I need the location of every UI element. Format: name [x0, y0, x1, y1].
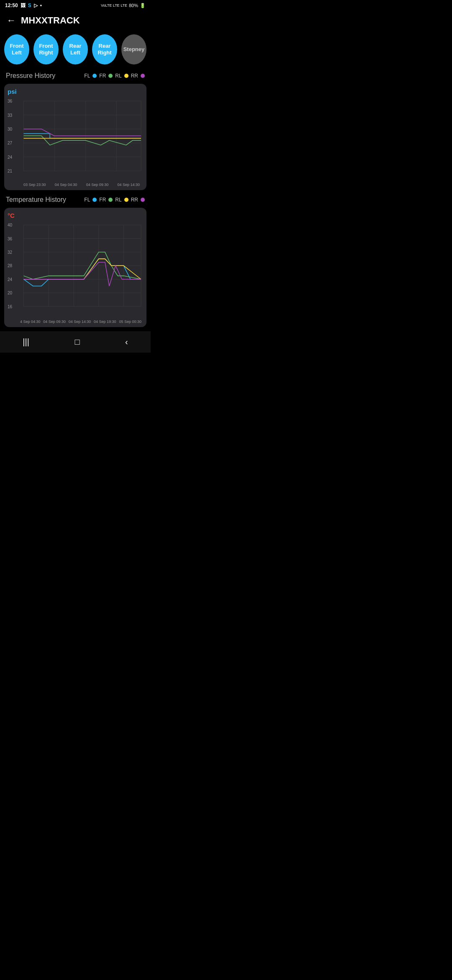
- temp-fl-legend-label: FL: [84, 197, 90, 203]
- temp-fr-legend-label: FR: [99, 197, 106, 203]
- fl-legend-dot: [92, 74, 97, 78]
- time: 12:50: [5, 3, 18, 8]
- temp-history-title: Temperature History: [6, 196, 66, 204]
- temp-x2: 04 Sep 09:30: [43, 320, 66, 324]
- pressure-chart-svg: 36 33 30 27 24 21: [8, 97, 143, 182]
- status-left: 12:50 🖼 S ▷ •: [5, 3, 42, 8]
- back-button[interactable]: ←: [7, 15, 16, 26]
- svg-text:20: 20: [8, 291, 13, 295]
- svg-text:36: 36: [8, 99, 13, 103]
- status-bar: 12:50 🖼 S ▷ • VoLTE LTE LTE 80% 🔋: [0, 0, 151, 11]
- tire-buttons-row: FrontLeft FrontRight RearLeft RearRight …: [0, 30, 151, 69]
- temp-legend: FL FR RL RR: [84, 197, 145, 203]
- nav-back-button[interactable]: ‹: [125, 337, 128, 347]
- temp-x3: 04 Sep 14:30: [69, 320, 91, 324]
- pressure-unit: psi: [8, 88, 143, 95]
- temp-x1: 4 Sep 04:30: [20, 320, 41, 324]
- rr-legend-dot: [141, 74, 145, 78]
- svg-text:32: 32: [8, 250, 13, 254]
- fr-legend-label: FR: [99, 73, 106, 79]
- app-title: MHXXTRACK: [21, 15, 80, 26]
- pressure-x2: 04 Sep 04:30: [55, 183, 77, 187]
- rr-legend-label: RR: [131, 73, 138, 79]
- pressure-x1: 03 Sep 23:30: [23, 183, 46, 187]
- temp-history-header: Temperature History FL FR RL RR: [0, 193, 151, 205]
- nav-home-button[interactable]: □: [74, 337, 80, 347]
- status-right: VoLTE LTE LTE 80% 🔋: [101, 3, 146, 8]
- rl-legend-label: RL: [115, 73, 121, 79]
- pressure-history-header: Pressure History FL FR RL RR: [0, 69, 151, 81]
- svg-text:36: 36: [8, 236, 13, 241]
- rl-legend-dot: [124, 74, 128, 78]
- svg-text:28: 28: [8, 263, 13, 268]
- svg-text:40: 40: [8, 223, 13, 227]
- fl-legend-label: FL: [84, 73, 90, 79]
- temp-fr-legend-dot: [108, 198, 113, 202]
- svg-text:24: 24: [8, 155, 13, 160]
- temp-fl-legend-dot: [92, 198, 97, 202]
- network-info: VoLTE LTE LTE: [101, 3, 127, 8]
- temp-rr-legend-dot: [141, 198, 145, 202]
- temp-chart-svg: 40 36 32 28 24 20 16: [8, 221, 143, 318]
- app-header: ← MHXXTRACK: [0, 11, 151, 30]
- battery: 80%: [129, 3, 138, 8]
- svg-text:21: 21: [8, 169, 13, 173]
- pressure-x-labels: 03 Sep 23:30 04 Sep 04:30 04 Sep 09:30 0…: [8, 182, 143, 187]
- pressure-x3: 04 Sep 09:30: [86, 183, 109, 187]
- temp-chart-card: °C 40 36 32 28 24 20 16 4 Sep 04:30: [4, 208, 146, 328]
- pressure-legend: FL FR RL RR: [84, 73, 145, 79]
- svg-text:27: 27: [8, 141, 13, 145]
- s-icon: S: [28, 3, 31, 8]
- temp-rr-legend-label: RR: [131, 197, 138, 203]
- svg-text:16: 16: [8, 304, 13, 309]
- nav-bar: ||| □ ‹: [0, 331, 151, 353]
- temp-x-labels: 4 Sep 04:30 04 Sep 09:30 04 Sep 14:30 04…: [8, 319, 143, 324]
- svg-text:24: 24: [8, 277, 13, 281]
- temp-rl-legend-dot: [124, 198, 128, 202]
- photo-icon: 🖼: [21, 3, 26, 8]
- temp-unit: °C: [8, 212, 143, 219]
- tire-btn-fl[interactable]: FrontLeft: [4, 34, 29, 64]
- tire-btn-stepney[interactable]: Stepney: [121, 34, 146, 64]
- tire-btn-rr[interactable]: RearRight: [92, 34, 117, 64]
- tire-btn-rl[interactable]: RearLeft: [63, 34, 88, 64]
- temp-x4: 04 Sep 19:30: [94, 320, 116, 324]
- temp-x5: 05 Sep 00:30: [119, 320, 141, 324]
- play-icon: ▷: [34, 3, 38, 8]
- tire-btn-fr[interactable]: FrontRight: [33, 34, 59, 64]
- svg-text:33: 33: [8, 113, 13, 118]
- temp-rl-legend-label: RL: [115, 197, 121, 203]
- pressure-history-title: Pressure History: [6, 72, 55, 80]
- pressure-x4: 04 Sep 14:30: [117, 183, 140, 187]
- svg-text:30: 30: [8, 127, 13, 132]
- pressure-chart-card: psi 36 33 30 27 24 21 03 Sep 23:30 04 S: [4, 84, 146, 190]
- battery-icon: 🔋: [140, 3, 146, 8]
- dot-icon: •: [40, 3, 42, 8]
- fr-legend-dot: [108, 74, 113, 78]
- nav-recent-button[interactable]: |||: [23, 337, 29, 347]
